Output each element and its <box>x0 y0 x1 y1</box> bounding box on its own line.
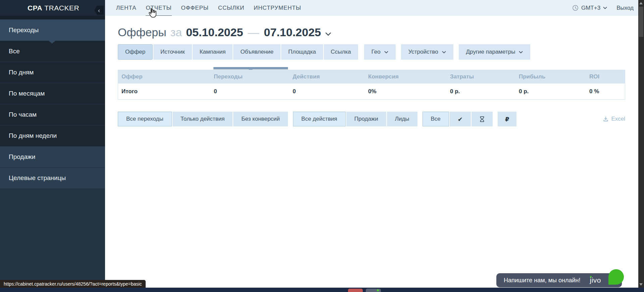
app-logo: CPA TRACKER <box>28 4 79 12</box>
title-preposition: за <box>170 26 182 39</box>
jivo-chat-widget[interactable]: Напишите нам, мы онлайн! jivo <box>496 273 622 287</box>
nav-instrumenty[interactable]: ИНСТРУМЕНТЫ <box>254 5 301 11</box>
filter-bez-konversiy[interactable]: Без конверсий <box>233 112 288 126</box>
sidebar-item-label: По месяцам <box>9 90 45 97</box>
dropdown-drugie-parametry[interactable]: Другие параметры <box>459 44 531 60</box>
chat-message: Напишите нам, мы онлайн! <box>504 277 580 284</box>
report-table: Оффер Переходы Действия Конверсия Затрат… <box>118 70 625 100</box>
dropdown-label: Гео <box>371 49 381 55</box>
tab-offer[interactable]: Оффер <box>118 44 153 60</box>
column-header-perehody[interactable]: Переходы <box>214 73 293 80</box>
filter-vse-deystviya[interactable]: Все действия <box>293 112 346 126</box>
taskbar-strip <box>0 288 644 292</box>
totals-perehody: 0 <box>214 88 293 95</box>
table-header-row: Оффер Переходы Действия Конверсия Затрат… <box>118 70 625 83</box>
filter-status-pending[interactable] <box>472 112 493 126</box>
status-filter-group: Все ✔ <box>423 112 493 126</box>
tab-obyavlenie[interactable]: Объявление <box>233 44 281 60</box>
report-title: Офферы за 05.10.2025 — 07.10.2025 <box>118 26 331 39</box>
column-header-roi[interactable]: ROI <box>589 73 626 80</box>
sidebar-item-label: По дням <box>9 69 34 76</box>
tab-ssylka[interactable]: Ссылка <box>324 44 358 60</box>
ruble-icon: ₽ <box>505 116 509 123</box>
sidebar-menu: Переходы Все По дням По месяцам По часам… <box>0 19 105 188</box>
sidebar-item-prodazhi[interactable]: Продажи <box>0 146 105 167</box>
sidebar-divider <box>0 16 105 19</box>
browser-status-tooltip: https://cabinet.cpatracker.ru/users/4825… <box>0 280 146 288</box>
main-nav: ЛЕНТА ОТЧЕТЫ ОФФЕРЫ ССЫЛКИ ИНСТРУМЕНТЫ <box>116 0 638 16</box>
sort-indicator <box>213 67 288 69</box>
nav-otchety[interactable]: ОТЧЕТЫ <box>146 5 171 11</box>
filter-lidy[interactable]: Лиды <box>387 112 417 126</box>
column-header-pribyl[interactable]: Прибыль <box>519 73 589 80</box>
sidebar-header: CPA TRACKER <box>0 0 105 16</box>
page-title: Офферы <box>118 26 166 39</box>
sidebar-item-po-dnyam[interactable]: По дням <box>0 62 105 83</box>
date-range-selector[interactable]: 05.10.2025 — 07.10.2025 <box>186 26 331 39</box>
vertical-scrollbar[interactable] <box>638 0 644 288</box>
sidebar-item-label: По часам <box>9 111 37 118</box>
clock-icon <box>572 5 579 11</box>
topbar-right: GMT+3 Выход <box>572 0 634 16</box>
timezone-selector[interactable]: GMT+3 <box>572 5 607 11</box>
totals-roi: 0 % <box>589 88 626 95</box>
scrollbar-thumb[interactable] <box>639 7 643 37</box>
chevron-down-icon <box>325 32 331 36</box>
filter-status-confirmed[interactable]: ✔ <box>450 112 471 126</box>
totals-deystviya: 0 <box>293 88 368 95</box>
excel-export-link[interactable]: Excel <box>603 116 625 122</box>
timezone-value: GMT+3 <box>581 5 600 11</box>
main-content: Офферы за 05.10.2025 — 07.10.2025 Оффер … <box>105 16 638 288</box>
currency-filter-group: ₽ <box>498 112 517 126</box>
dropdown-label: Устройство <box>408 49 438 55</box>
chevron-down-icon <box>519 51 523 53</box>
sidebar-item-perehody[interactable]: Переходы <box>0 19 105 41</box>
filter-tolko-deystviya[interactable]: Только действия <box>172 112 233 126</box>
dropdown-geo[interactable]: Гео <box>364 44 396 60</box>
sidebar-item-po-dnyam-nedeli[interactable]: По дням недели <box>0 125 105 146</box>
sidebar-item-label: Переходы <box>9 26 39 34</box>
date-to: 07.10.2025 <box>264 26 321 39</box>
dropdown-label: Другие параметры <box>466 49 515 55</box>
nav-ssylki[interactable]: ССЫЛКИ <box>218 5 244 11</box>
filter-currency-rub[interactable]: ₽ <box>498 112 517 126</box>
scroll-up-arrow-icon[interactable] <box>639 2 643 4</box>
nav-offery[interactable]: ОФФЕРЫ <box>181 5 209 11</box>
column-header-konversiya[interactable]: Конверсия <box>368 73 450 80</box>
logout-link[interactable]: Выход <box>616 5 634 11</box>
date-dash: — <box>248 26 259 39</box>
tab-kampaniya[interactable]: Кампания <box>193 44 233 60</box>
sidebar-item-label: Все <box>9 48 20 55</box>
totals-pribyl: 0 р. <box>519 88 589 95</box>
totals-konversiya: 0% <box>368 88 450 95</box>
table-totals-row: Итого 0 0 0% 0 р. 0 р. 0 % <box>118 83 625 99</box>
sidebar-item-vse[interactable]: Все <box>0 41 105 62</box>
tab-ploshchadka[interactable]: Площадка <box>281 44 323 60</box>
jivo-leaf-icon <box>608 269 624 285</box>
sidebar-item-label: Продажи <box>9 153 35 161</box>
jivo-logo: jivo <box>590 276 601 284</box>
excel-label: Excel <box>611 116 625 122</box>
dropdown-ustroystvo[interactable]: Устройство <box>401 44 453 60</box>
nav-lenta[interactable]: ЛЕНТА <box>116 5 136 11</box>
filter-vse-perehody[interactable]: Все переходы <box>118 112 172 126</box>
actions-filter-group: Все действия Продажи Лиды <box>293 112 418 126</box>
dimension-tabs: Оффер Источник Кампания Объявление Площа… <box>118 44 530 60</box>
sidebar-item-celevye-stranicy[interactable]: Целевые страницы <box>0 167 105 188</box>
taskbar-item-gray <box>366 289 381 292</box>
sidebar-item-po-mesyacam[interactable]: По месяцам <box>0 83 105 104</box>
sidebar-item-po-chasam[interactable]: По часам <box>0 104 105 125</box>
logo-rest: TRACKER <box>42 4 79 12</box>
tab-istochnik[interactable]: Источник <box>153 44 192 60</box>
filter-status-vse[interactable]: Все <box>423 112 449 126</box>
column-header-deystviya[interactable]: Действия <box>293 73 368 80</box>
totals-zatraty: 0 р. <box>450 88 519 95</box>
sidebar-item-label: По дням недели <box>9 132 57 139</box>
date-from: 05.10.2025 <box>186 26 243 39</box>
column-header-zatraty[interactable]: Затраты <box>450 73 519 80</box>
chevron-down-icon <box>384 51 388 53</box>
hourglass-icon <box>480 116 485 122</box>
filter-prodazhi[interactable]: Продажи <box>346 112 386 126</box>
column-header-offer[interactable]: Оффер <box>118 73 214 80</box>
scroll-down-arrow-icon[interactable] <box>639 283 643 286</box>
